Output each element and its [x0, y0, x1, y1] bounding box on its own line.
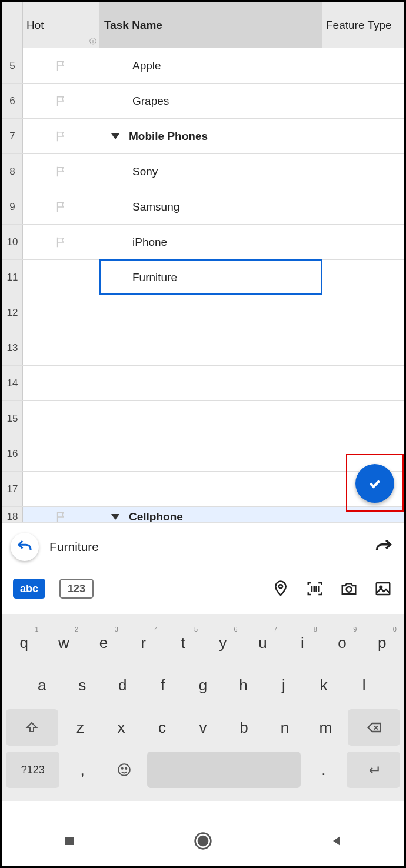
hot-cell[interactable]: [23, 119, 99, 153]
table-row[interactable]: 8Sony: [2, 154, 404, 189]
emoji-key[interactable]: [105, 752, 144, 788]
table-row[interactable]: 15: [2, 401, 404, 436]
chevron-down-icon[interactable]: [111, 514, 119, 520]
table-row[interactable]: 13: [2, 330, 404, 366]
key-p[interactable]: p0: [364, 625, 400, 661]
task-cell[interactable]: Furniture: [99, 260, 322, 295]
key-r[interactable]: r4: [125, 625, 162, 661]
period-key[interactable]: .: [304, 752, 342, 788]
key-h[interactable]: h: [225, 667, 261, 703]
task-cell[interactable]: [99, 295, 322, 330]
nav-recent[interactable]: [59, 831, 79, 851]
image-icon[interactable]: [373, 579, 393, 599]
chevron-down-icon[interactable]: [111, 133, 119, 139]
key-y[interactable]: y6: [205, 625, 241, 661]
feature-cell[interactable]: [322, 84, 404, 118]
mode-abc-button[interactable]: abc: [13, 579, 45, 599]
location-icon[interactable]: [271, 579, 291, 599]
task-cell[interactable]: iPhone: [99, 225, 322, 259]
key-m[interactable]: m: [307, 709, 344, 746]
key-t[interactable]: t5: [165, 625, 201, 661]
table-row[interactable]: 12: [2, 295, 404, 330]
undo-button[interactable]: [11, 533, 39, 561]
confirm-fab[interactable]: [355, 464, 394, 503]
feature-cell[interactable]: [322, 401, 404, 436]
feature-cell[interactable]: [322, 48, 404, 83]
table-row[interactable]: 11Furniture: [2, 260, 404, 295]
feature-cell[interactable]: [322, 225, 404, 259]
task-cell[interactable]: Mobile Phones: [99, 119, 322, 153]
table-row[interactable]: 14: [2, 366, 404, 401]
key-u[interactable]: u7: [245, 625, 281, 661]
comma-key[interactable]: ,: [63, 752, 101, 788]
feature-cell[interactable]: [322, 330, 404, 365]
symbols-key[interactable]: ?123: [6, 752, 59, 788]
table-row[interactable]: 10iPhone: [2, 225, 404, 260]
header-feature[interactable]: Feature Type: [322, 2, 404, 48]
key-q[interactable]: q1: [6, 625, 42, 661]
key-g[interactable]: g: [185, 667, 221, 703]
task-cell[interactable]: Grapes: [99, 84, 322, 118]
key-s[interactable]: s: [64, 667, 100, 703]
header-task[interactable]: Task Name: [99, 2, 322, 48]
key-n[interactable]: n: [266, 709, 303, 746]
table-row[interactable]: 16: [2, 436, 404, 472]
hot-cell[interactable]: [23, 401, 99, 436]
key-i[interactable]: i8: [284, 625, 321, 661]
task-cell[interactable]: [99, 330, 322, 365]
task-cell[interactable]: [99, 366, 322, 400]
key-v[interactable]: v: [184, 709, 221, 746]
hot-cell[interactable]: [23, 295, 99, 330]
hot-cell[interactable]: [23, 366, 99, 400]
nav-back[interactable]: [327, 831, 347, 851]
header-hot[interactable]: Hot ⓘ: [23, 2, 99, 48]
feature-cell[interactable]: [322, 260, 404, 295]
hot-cell[interactable]: [23, 472, 99, 506]
hot-cell[interactable]: [23, 48, 99, 83]
hot-cell[interactable]: [23, 260, 99, 295]
table-row[interactable]: 17: [2, 472, 404, 507]
feature-cell[interactable]: [322, 366, 404, 400]
table-row[interactable]: 6Grapes: [2, 84, 404, 119]
key-k[interactable]: k: [305, 667, 342, 703]
key-z[interactable]: z: [62, 709, 99, 746]
space-key[interactable]: [147, 752, 301, 788]
backspace-key[interactable]: [348, 709, 400, 746]
key-a[interactable]: a: [24, 667, 60, 703]
barcode-icon[interactable]: [305, 579, 325, 599]
hot-cell[interactable]: [23, 154, 99, 189]
mode-123-button[interactable]: 123: [59, 579, 94, 599]
key-o[interactable]: o9: [324, 625, 361, 661]
task-cell[interactable]: [99, 436, 322, 471]
key-l[interactable]: l: [346, 667, 382, 703]
task-cell[interactable]: Apple: [99, 48, 322, 83]
task-cell[interactable]: Samsung: [99, 189, 322, 224]
feature-cell[interactable]: [322, 295, 404, 330]
table-row[interactable]: 5Apple: [2, 48, 404, 84]
task-cell[interactable]: [99, 472, 322, 506]
cell-input[interactable]: Furniture: [49, 540, 361, 554]
feature-cell[interactable]: [322, 154, 404, 189]
key-b[interactable]: b: [225, 709, 262, 746]
hot-cell[interactable]: [23, 189, 99, 224]
shift-key[interactable]: [6, 709, 58, 746]
hot-cell[interactable]: [23, 225, 99, 259]
hot-cell[interactable]: [23, 330, 99, 365]
enter-key[interactable]: [347, 752, 400, 788]
key-x[interactable]: x: [102, 709, 139, 746]
hot-cell[interactable]: [23, 436, 99, 471]
camera-icon[interactable]: [339, 579, 359, 599]
hot-cell[interactable]: [23, 84, 99, 118]
key-w[interactable]: w2: [46, 625, 82, 661]
task-cell[interactable]: [99, 401, 322, 436]
task-cell[interactable]: Sony: [99, 154, 322, 189]
key-d[interactable]: d: [104, 667, 141, 703]
key-e[interactable]: e3: [85, 625, 122, 661]
key-c[interactable]: c: [144, 709, 181, 746]
nav-home[interactable]: [193, 831, 213, 851]
table-row[interactable]: 7Mobile Phones: [2, 119, 404, 154]
table-row[interactable]: 9Samsung: [2, 189, 404, 225]
key-f[interactable]: f: [144, 667, 181, 703]
feature-cell[interactable]: [322, 189, 404, 224]
redo-button[interactable]: [372, 535, 395, 559]
